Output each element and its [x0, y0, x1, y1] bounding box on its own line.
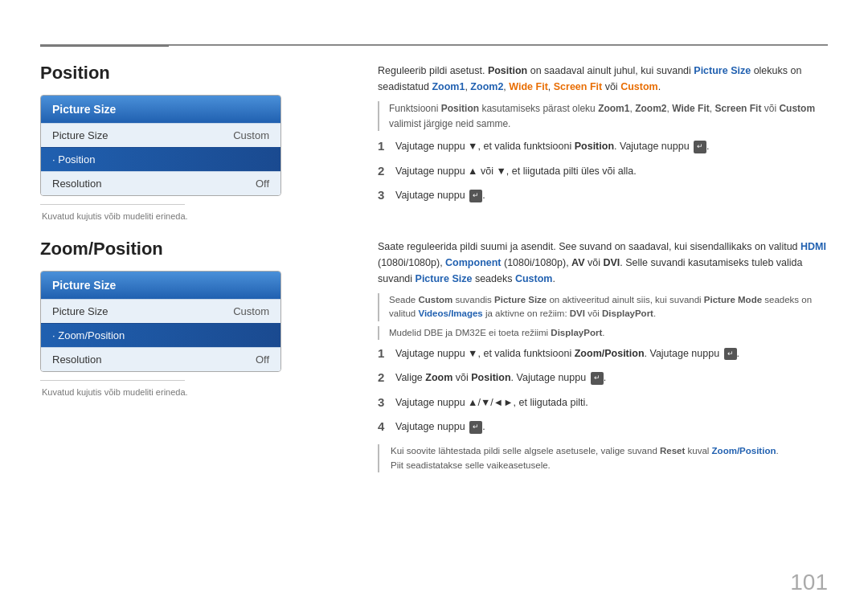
zoom-menu-header: Picture Size	[41, 272, 280, 299]
position-step-3: 3 Vajutage nuppu ↵.	[378, 188, 828, 205]
enter-icon-2: ↵	[469, 190, 482, 202]
zoom-menu-item-1[interactable]: · Zoom/Position	[41, 323, 280, 347]
position-item0-value: Custom	[233, 129, 269, 141]
zoom-menu-item-2[interactable]: Resolution Off	[41, 347, 280, 371]
position-step-1: 1 Vajutage nuppu ▼, et valida funktsioon…	[378, 139, 828, 156]
zoom-divider	[40, 380, 185, 381]
position-menu-item-0[interactable]: Picture Size Custom	[41, 123, 280, 147]
section-zoom-right: Saate reguleerida pildi suumi ja asendit…	[330, 239, 828, 472]
zoom-step-3: 3 Vajutage nuppu ▲/▼/◄►, et liigutada pi…	[378, 395, 828, 412]
zoom-step4-text: Vajutage nuppu ↵.	[395, 419, 828, 436]
zoom-step-1: 1 Vajutage nuppu ▼, et valida funktsioon…	[378, 346, 828, 363]
position-divider	[40, 204, 185, 205]
position-step1-num: 1	[378, 137, 395, 156]
enter-icon-4: ↵	[591, 372, 604, 385]
zoom-note1: Seade Custom suvandis Picture Size on ak…	[378, 293, 828, 321]
position-item2-value: Off	[256, 178, 269, 190]
zoom-note2: Mudelid DBE ja DM32E ei toeta režiimi Di…	[378, 326, 828, 340]
zoom-item2-label: Resolution	[52, 353, 101, 366]
position-menu-box: Picture Size Picture Size Custom · Posit…	[40, 95, 281, 196]
zoom-item0-value: Custom	[233, 305, 269, 317]
zoom-menu-header-text: Picture Size	[52, 279, 116, 292]
zoom-step1-text: Vajutage nuppu ▼, et valida funktsiooni …	[395, 346, 828, 363]
section-position-title: Position	[40, 63, 330, 84]
position-step2-text: Vajutage nuppu ▲ või ▼, et liigutada pil…	[395, 164, 828, 181]
page-container: Position Picture Size Picture Size Custo…	[0, 0, 868, 613]
position-steps: 1 Vajutage nuppu ▼, et valida funktsioon…	[378, 139, 828, 205]
enter-icon-1: ↵	[694, 141, 706, 153]
position-item1-label: · Position	[52, 153, 95, 166]
section-zoom-position: Zoom/Position Picture Size Picture Size …	[40, 239, 828, 472]
section-zoom-left: Zoom/Position Picture Size Picture Size …	[40, 239, 330, 472]
position-step2-num: 2	[378, 162, 395, 181]
zoom-step-2: 2 Valige Zoom või Position. Vajutage nup…	[378, 370, 828, 387]
zoom-step1-num: 1	[378, 345, 395, 363]
position-item0-label: Picture Size	[52, 129, 108, 141]
enter-icon-3: ↵	[724, 348, 737, 361]
position-step3-num: 3	[378, 186, 395, 205]
position-item2-label: Resolution	[52, 178, 101, 190]
position-step3-text: Vajutage nuppu ↵.	[395, 188, 828, 205]
section-position: Position Picture Size Picture Size Custo…	[40, 63, 828, 221]
zoom-reset-note: Kui soovite lähtestada pildi selle algse…	[378, 444, 828, 473]
page-number: 101	[790, 570, 828, 595]
position-function-note: Funktsiooni Position kasutamiseks pärast…	[378, 101, 828, 131]
position-menu-header-text: Picture Size	[52, 103, 116, 116]
position-section-note: Kuvatud kujutis võib mudeliti erineda.	[42, 211, 330, 221]
zoom-intro: Saate reguleerida pildi suumi ja asendit…	[378, 239, 828, 287]
position-menu-item-2[interactable]: Resolution Off	[41, 171, 280, 195]
section-zoom-title: Zoom/Position	[40, 239, 330, 260]
zoom-menu-item-0[interactable]: Picture Size Custom	[41, 299, 280, 323]
zoom-step4-num: 4	[378, 418, 395, 436]
zoom-step-4: 4 Vajutage nuppu ↵.	[378, 419, 828, 436]
position-step-2: 2 Vajutage nuppu ▲ või ▼, et liigutada p…	[378, 164, 828, 181]
zoom-step3-text: Vajutage nuppu ▲/▼/◄►, et liigutada pilt…	[395, 395, 828, 412]
section-position-left: Position Picture Size Picture Size Custo…	[40, 63, 330, 221]
zoom-item0-label: Picture Size	[52, 305, 108, 317]
zoom-step2-text: Valige Zoom või Position. Vajutage nuppu…	[395, 370, 828, 387]
zoom-section-note: Kuvatud kujutis võib mudeliti erineda.	[42, 387, 330, 397]
zoom-item2-value: Off	[256, 353, 269, 366]
position-menu-item-1[interactable]: · Position	[41, 147, 280, 171]
zoom-steps: 1 Vajutage nuppu ▼, et valida funktsioon…	[378, 346, 828, 436]
zoom-step3-num: 3	[378, 394, 395, 412]
section-position-right: Reguleerib pildi asetust. Position on sa…	[330, 63, 828, 221]
zoom-menu-box: Picture Size Picture Size Custom · Zoom/…	[40, 271, 281, 372]
top-line	[40, 44, 828, 46]
enter-icon-5: ↵	[469, 421, 482, 434]
zoom-step2-num: 2	[378, 369, 395, 387]
position-intro: Reguleerib pildi asetust. Position on sa…	[378, 63, 828, 95]
zoom-item1-label: · Zoom/Position	[52, 329, 125, 341]
position-step1-text: Vajutage nuppu ▼, et valida funktsiooni …	[395, 139, 828, 156]
position-menu-header: Picture Size	[41, 96, 280, 123]
